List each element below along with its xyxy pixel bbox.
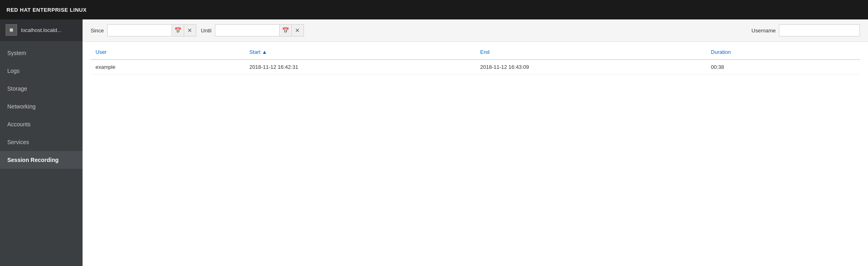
sidebar-item-storage-label: Storage <box>7 85 27 92</box>
host-icon: ■ <box>6 24 17 36</box>
sidebar-item-logs-label: Logs <box>7 68 19 74</box>
column-header-end[interactable]: End <box>475 45 706 60</box>
sidebar-item-system-label: System <box>7 50 26 56</box>
until-label: Until <box>201 28 212 34</box>
cell-end: 2018-11-12 16:43:09 <box>475 60 706 74</box>
sidebar-item-services[interactable]: Services <box>0 133 83 151</box>
sidebar-nav: System Logs Storage Networking Accounts … <box>0 41 83 169</box>
until-filter: Until 📅 ✕ <box>201 24 304 36</box>
since-clear-icon: ✕ <box>187 27 192 34</box>
sidebar-item-session-recording-label: Session Recording <box>7 157 59 163</box>
sidebar-item-networking[interactable]: Networking <box>0 98 83 115</box>
main-layout: ■ localhost.locald... System Logs Storag… <box>0 19 868 266</box>
username-label: Username <box>751 28 776 34</box>
until-calendar-icon: 📅 <box>282 27 289 34</box>
sidebar-item-logs[interactable]: Logs <box>0 62 83 80</box>
calendar-icon: 📅 <box>174 27 181 34</box>
column-header-user[interactable]: User <box>91 45 244 60</box>
table-body: example 2018-11-12 16:42:31 2018-11-12 1… <box>91 60 860 74</box>
until-calendar-button[interactable]: 📅 <box>280 24 292 36</box>
sidebar-host[interactable]: ■ localhost.locald... <box>0 19 83 41</box>
since-label: Since <box>91 28 104 34</box>
sidebar-item-session-recording[interactable]: Session Recording <box>0 151 83 169</box>
host-name: localhost.locald... <box>21 27 62 33</box>
filter-bar: Since 📅 ✕ Until 📅 <box>83 19 868 42</box>
sidebar-item-accounts[interactable]: Accounts <box>0 115 83 133</box>
column-start-label: Start ▲ <box>249 49 267 55</box>
table-row[interactable]: example 2018-11-12 16:42:31 2018-11-12 1… <box>91 60 860 74</box>
column-header-start[interactable]: Start ▲ <box>244 45 475 60</box>
until-input-group: 📅 ✕ <box>215 24 304 36</box>
cell-start: 2018-11-12 16:42:31 <box>244 60 475 74</box>
sidebar-item-services-label: Services <box>7 139 29 145</box>
sidebar-item-accounts-label: Accounts <box>7 121 31 128</box>
column-header-duration[interactable]: Duration <box>706 45 860 60</box>
sidebar-item-networking-label: Networking <box>7 103 36 110</box>
sidebar: ■ localhost.locald... System Logs Storag… <box>0 19 83 266</box>
sidebar-item-storage[interactable]: Storage <box>0 80 83 98</box>
table-header-row: User Start ▲ End Duration <box>91 45 860 60</box>
until-clear-button[interactable]: ✕ <box>292 24 304 36</box>
username-filter: Username <box>751 24 860 36</box>
since-calendar-button[interactable]: 📅 <box>172 24 184 36</box>
top-bar: RED HAT ENTERPRISE LINUX <box>0 0 868 19</box>
column-user-label: User <box>96 49 106 55</box>
app-title: RED HAT ENTERPRISE LINUX <box>6 7 87 13</box>
column-duration-label: Duration <box>711 49 731 55</box>
sessions-table: User Start ▲ End Duration <box>91 45 860 74</box>
since-clear-button[interactable]: ✕ <box>184 24 196 36</box>
until-clear-icon: ✕ <box>295 27 300 34</box>
table-area: User Start ▲ End Duration <box>83 42 868 266</box>
until-input[interactable] <box>215 24 280 36</box>
content-area: Since 📅 ✕ Until 📅 <box>83 19 868 266</box>
username-input[interactable] <box>779 24 860 36</box>
since-input-group: 📅 ✕ <box>107 24 196 36</box>
cell-duration: 00:38 <box>706 60 860 74</box>
sidebar-item-system[interactable]: System <box>0 44 83 62</box>
since-filter: Since 📅 ✕ <box>91 24 196 36</box>
since-input[interactable] <box>107 24 172 36</box>
column-end-label: End <box>480 49 489 55</box>
cell-user: example <box>91 60 244 74</box>
